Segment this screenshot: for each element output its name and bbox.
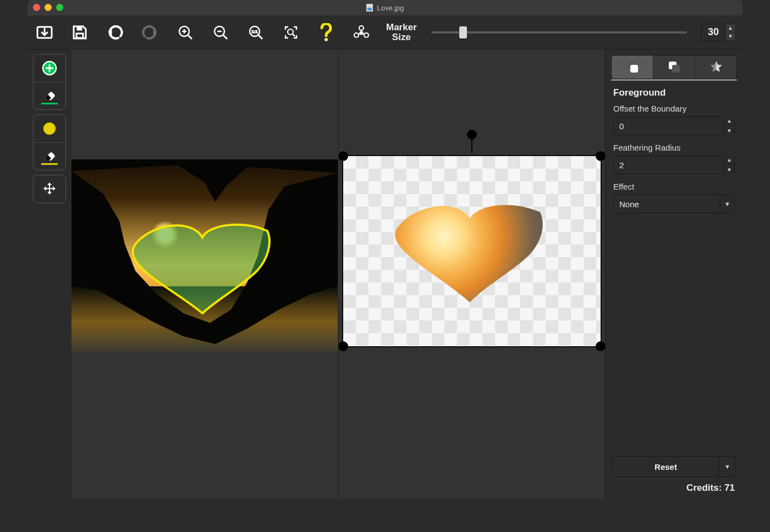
result-cutout xyxy=(393,200,552,304)
ai-segmentation-button[interactable] xyxy=(351,22,372,43)
svg-point-15 xyxy=(288,29,293,35)
panel-tabs xyxy=(611,55,737,79)
plus-circle-icon xyxy=(41,60,58,76)
zoom-out-button[interactable] xyxy=(210,22,231,43)
feather-down[interactable]: ▼ xyxy=(724,165,734,174)
document-icon xyxy=(366,3,373,12)
erase-green-tool[interactable] xyxy=(34,82,65,109)
redo-button[interactable] xyxy=(140,22,161,43)
tab-background[interactable] xyxy=(653,56,695,79)
panel-section-foreground: Foreground Offset the Boundary 0 ▲ ▼ Fea… xyxy=(606,86,743,226)
maximize-window-button[interactable] xyxy=(56,4,63,11)
svg-line-16 xyxy=(293,34,295,36)
zoom-in-button[interactable] xyxy=(175,22,196,43)
svg-point-21 xyxy=(360,31,363,34)
svg-rect-3 xyxy=(76,34,83,38)
offset-down[interactable]: ▼ xyxy=(724,126,734,135)
star-icon xyxy=(709,60,723,74)
feather-label: Feathering Radius xyxy=(613,143,735,152)
reset-menu-button[interactable]: ▼ xyxy=(719,457,735,476)
svg-line-23 xyxy=(358,34,360,35)
svg-text:1:1: 1:1 xyxy=(251,29,258,34)
yellow-marker-tool[interactable] xyxy=(34,115,65,142)
resize-handle-top-right[interactable] xyxy=(596,151,605,161)
eraser-icon xyxy=(41,148,58,162)
tool-sidebar xyxy=(28,49,72,499)
svg-line-6 xyxy=(188,35,192,39)
marker-size-label: Marker Size xyxy=(386,23,417,42)
slider-thumb[interactable] xyxy=(459,26,467,38)
tool-group-marker xyxy=(33,54,66,110)
cutout-image xyxy=(393,200,552,304)
zoom-actual-button[interactable]: 1:1 xyxy=(245,22,266,43)
offset-up[interactable]: ▲ xyxy=(724,117,734,126)
source-pane[interactable] xyxy=(72,49,338,499)
resize-handle-bottom-right[interactable] xyxy=(596,341,605,351)
editor-body: Foreground Offset the Boundary 0 ▲ ▼ Fea… xyxy=(28,49,743,499)
effect-label: Effect xyxy=(613,182,735,191)
svg-line-24 xyxy=(363,34,365,35)
minimize-window-button[interactable] xyxy=(45,4,52,11)
svg-rect-4 xyxy=(77,27,82,30)
result-pane[interactable] xyxy=(338,49,605,499)
offset-spinner: ▲ ▼ xyxy=(724,117,734,135)
svg-rect-1 xyxy=(367,8,372,10)
effect-select[interactable]: None ▼ xyxy=(613,195,735,213)
undo-button[interactable] xyxy=(105,22,125,43)
tab-foreground[interactable] xyxy=(612,56,653,79)
move-icon xyxy=(41,181,58,197)
credits-text: Credits: 71 xyxy=(606,483,743,499)
add-marker-tool[interactable] xyxy=(34,54,65,82)
effect-value: None xyxy=(614,199,720,209)
title-bar: Love.jpg xyxy=(28,0,743,15)
tab-underline xyxy=(611,79,737,81)
result-bounding-box[interactable] xyxy=(342,155,602,347)
resize-handle-top-left[interactable] xyxy=(338,151,348,161)
marker-size-slider[interactable] xyxy=(431,26,687,39)
selection-outline xyxy=(131,221,274,314)
help-button[interactable] xyxy=(316,22,337,43)
feather-field: 2 ▲ ▼ xyxy=(613,156,735,174)
main-toolbar: 1:1 Marker Size 30 ▲ ▼ xyxy=(28,15,743,49)
source-image xyxy=(72,159,338,352)
marker-label-top: Marker xyxy=(386,23,417,32)
tool-group-yellow xyxy=(33,114,66,170)
svg-point-17 xyxy=(324,38,327,41)
svg-point-18 xyxy=(359,26,364,30)
app-window: Love.jpg 1:1 xyxy=(28,0,743,499)
offset-field: 0 ▲ ▼ xyxy=(613,117,735,135)
canvas-area xyxy=(72,49,605,499)
move-tool[interactable] xyxy=(34,175,65,203)
slider-track xyxy=(431,31,687,34)
rotation-handle[interactable] xyxy=(467,130,477,140)
marker-size-down[interactable]: ▼ xyxy=(725,32,735,41)
credits-value: 71 xyxy=(724,483,735,493)
close-window-button[interactable] xyxy=(33,4,40,11)
eraser-icon xyxy=(41,88,58,101)
section-title: Foreground xyxy=(613,87,735,98)
svg-rect-32 xyxy=(672,65,680,73)
reset-button[interactable]: Reset xyxy=(613,457,719,476)
svg-point-28 xyxy=(43,123,56,135)
open-button[interactable] xyxy=(34,22,55,43)
panel-spacer xyxy=(606,226,743,456)
selection-overlay xyxy=(131,221,274,314)
offset-value[interactable]: 0 xyxy=(614,121,724,131)
save-button[interactable] xyxy=(69,22,90,43)
resize-handle-bottom-left[interactable] xyxy=(338,341,348,351)
chevron-down-icon: ▼ xyxy=(720,195,734,213)
right-panel: Foreground Offset the Boundary 0 ▲ ▼ Fea… xyxy=(605,49,743,499)
eraser-underline-yellow xyxy=(41,163,58,165)
reset-row: Reset ▼ xyxy=(612,456,736,477)
feather-up[interactable]: ▲ xyxy=(724,156,734,165)
foreground-icon xyxy=(625,60,640,74)
erase-yellow-tool[interactable] xyxy=(34,142,65,170)
marker-size-value[interactable]: 30 xyxy=(702,24,725,41)
marker-label-bottom: Size xyxy=(386,32,417,42)
tab-effects[interactable] xyxy=(695,56,736,79)
background-icon xyxy=(667,60,681,74)
svg-point-20 xyxy=(364,33,369,37)
zoom-fit-button[interactable] xyxy=(280,22,301,43)
marker-size-up[interactable]: ▲ xyxy=(725,24,735,32)
feather-value[interactable]: 2 xyxy=(614,160,724,170)
